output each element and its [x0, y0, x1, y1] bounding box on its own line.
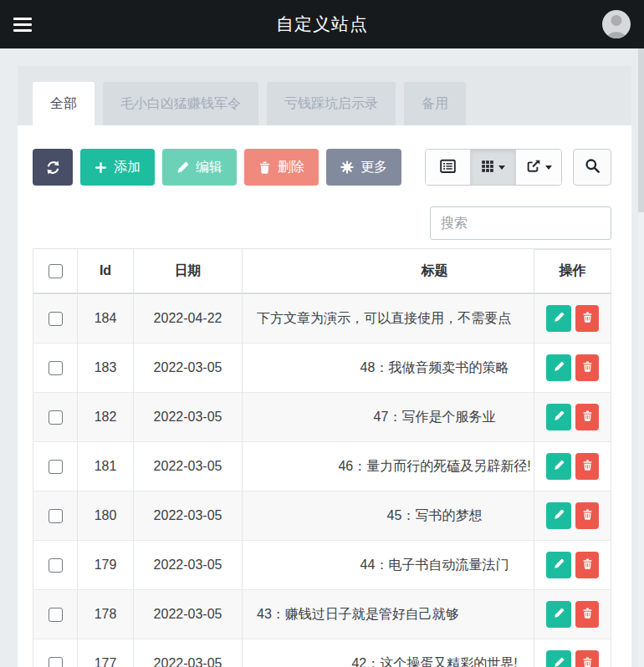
row-actions-cell	[534, 590, 611, 639]
edit-button[interactable]: 编辑	[162, 149, 237, 186]
row-date-cell: 2022-04-22	[134, 294, 243, 344]
pencil-icon	[554, 657, 565, 667]
refresh-icon	[46, 160, 60, 175]
row-actions-cell	[534, 393, 611, 442]
table-row: 181 2022-03-05 46：量力而行的死磕及另辟新径!	[33, 442, 611, 491]
row-checkbox[interactable]	[49, 361, 63, 375]
trash-icon	[582, 509, 593, 522]
row-edit-button[interactable]	[546, 305, 571, 332]
more-button[interactable]: 更多	[326, 149, 401, 186]
row-date-cell: 2022-03-05	[134, 442, 243, 491]
grid-icon	[481, 160, 494, 176]
refresh-button[interactable]	[33, 149, 73, 186]
row-date-cell: 2022-03-05	[134, 590, 243, 639]
row-checkbox[interactable]	[49, 460, 63, 474]
row-id-cell: 181	[78, 442, 134, 491]
row-date-cell: 2022-03-05	[134, 541, 243, 590]
row-delete-button[interactable]	[575, 601, 599, 628]
row-edit-button[interactable]	[546, 601, 571, 628]
row-edit-button[interactable]	[546, 453, 571, 480]
select-all-header	[33, 249, 78, 294]
row-id-cell: 179	[78, 541, 134, 590]
row-actions-cell	[534, 344, 611, 393]
delete-button[interactable]: 删除	[244, 149, 319, 186]
export-dropdown-button[interactable]	[516, 150, 561, 185]
card-list-icon	[440, 159, 456, 176]
export-icon	[526, 159, 541, 176]
row-checkbox[interactable]	[49, 509, 63, 523]
row-actions-cell	[534, 491, 611, 541]
row-edit-button[interactable]	[546, 354, 571, 381]
row-actions-cell	[534, 294, 611, 344]
row-delete-button[interactable]	[575, 354, 599, 381]
toolbar: 添加 编辑	[33, 149, 611, 186]
pencil-icon	[176, 161, 189, 174]
row-date-cell: 2022-03-05	[134, 393, 243, 442]
row-date-cell: 2022-03-05	[134, 491, 243, 541]
pencil-icon	[554, 608, 565, 621]
row-delete-button[interactable]	[575, 305, 599, 332]
pencil-icon	[554, 361, 565, 374]
row-checkbox[interactable]	[49, 312, 63, 326]
scrollbar-thumb[interactable]	[638, 48, 644, 212]
user-avatar-icon[interactable]	[602, 10, 631, 38]
row-actions-cell	[534, 442, 611, 491]
page-title: 自定义站点	[0, 13, 644, 36]
row-delete-button[interactable]	[575, 502, 599, 529]
actions-column: 操作	[534, 249, 611, 667]
row-checkbox[interactable]	[49, 410, 63, 425]
row-id-cell: 183	[78, 344, 134, 393]
row-delete-button[interactable]	[575, 552, 599, 578]
row-date-cell: 2022-03-05	[134, 639, 243, 667]
data-table: Id 日期 标题 184 2022-04-22 下方文章为演示，可以直接使用，不…	[33, 248, 611, 667]
row-id-cell: 182	[78, 393, 134, 442]
table-row: 182 2022-03-05 47：写作是个服务业	[33, 393, 611, 442]
toggle-view-button[interactable]	[426, 150, 471, 185]
trash-icon	[258, 161, 271, 174]
row-edit-button[interactable]	[546, 404, 571, 430]
columns-dropdown-button[interactable]	[471, 150, 516, 185]
search-toggle-button[interactable]	[573, 149, 611, 186]
add-button[interactable]: 添加	[80, 149, 155, 186]
row-checkbox[interactable]	[49, 558, 63, 573]
table-row: 180 2022-03-05 45：写书的梦想	[33, 491, 611, 541]
table-row: 177 2022-03-05 42：这个操蛋又精彩的世界!	[33, 639, 611, 667]
page-scrollbar[interactable]	[638, 48, 644, 667]
trash-icon	[582, 608, 593, 621]
pencil-icon	[554, 509, 565, 522]
trash-icon	[582, 558, 593, 572]
row-id-cell: 184	[78, 294, 134, 344]
tab-all[interactable]: 全部	[33, 82, 95, 125]
trash-icon	[582, 410, 593, 424]
col-header-actions: 操作	[534, 249, 611, 294]
view-tools-group	[425, 149, 562, 186]
pencil-icon	[554, 410, 565, 424]
row-checkbox[interactable]	[49, 657, 63, 667]
row-edit-button[interactable]	[546, 650, 571, 667]
col-header-date: 日期	[134, 249, 243, 294]
row-edit-button[interactable]	[546, 502, 571, 529]
row-id-cell: 177	[78, 639, 134, 667]
row-checkbox[interactable]	[49, 608, 63, 622]
pencil-icon	[554, 312, 565, 325]
pencil-icon	[554, 558, 565, 572]
row-actions-cell	[534, 639, 611, 667]
table-header-row: Id 日期 标题	[33, 249, 611, 294]
main-card: 添加 编辑	[18, 125, 631, 667]
table-tools	[425, 149, 611, 186]
tab-category-1[interactable]: 毛小白凶猛赚钱军令	[103, 82, 258, 125]
row-delete-button[interactable]	[575, 404, 599, 430]
row-delete-button[interactable]	[575, 453, 599, 480]
tab-backup[interactable]: 备用	[404, 82, 466, 125]
row-id-cell: 180	[78, 491, 134, 541]
trash-icon	[582, 460, 593, 473]
content-shell: 全部 毛小白凶猛赚钱军令 亏钱踩坑启示录 备用	[18, 66, 631, 667]
select-all-checkbox[interactable]	[49, 264, 63, 278]
tab-category-2[interactable]: 亏钱踩坑启示录	[267, 82, 396, 125]
row-edit-button[interactable]	[546, 552, 571, 578]
search-input[interactable]	[430, 206, 611, 240]
row-delete-button[interactable]	[575, 650, 599, 667]
row-id-cell: 178	[78, 590, 134, 639]
trash-icon	[582, 361, 593, 374]
gear-icon	[340, 160, 354, 174]
